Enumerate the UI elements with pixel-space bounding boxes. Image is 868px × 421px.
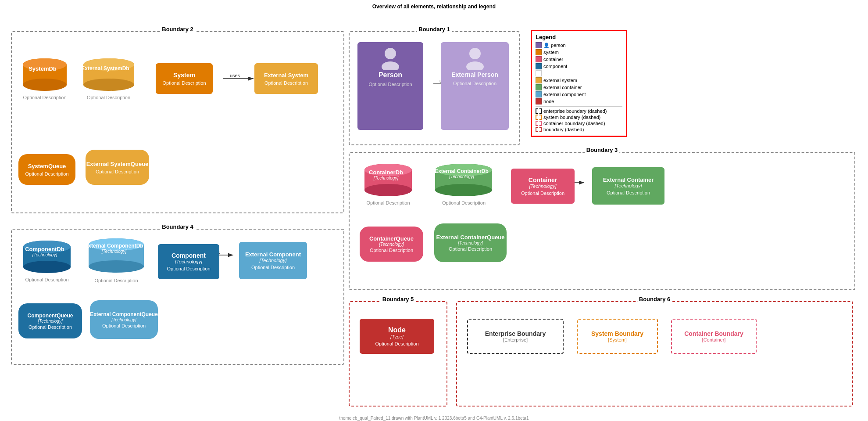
node-box: Node [Type] Optional Description: [360, 319, 434, 354]
legend-item-node: node: [536, 98, 622, 104]
container-box: Container [Technology] Optional Descript…: [511, 169, 575, 204]
legend-boundary: boundary (dashed): [536, 127, 622, 132]
legend-item-person: 👤 person: [536, 42, 622, 48]
legend-container-boundary: container boundary (dashed): [536, 121, 622, 126]
container-queue: ContainerQueue [Technology] Optional Des…: [360, 227, 423, 262]
legend-title: Legend: [536, 34, 622, 40]
external-component-db: External ComponentDb [Technology] Option…: [83, 237, 149, 283]
legend-item-blank: [536, 70, 622, 76]
svg-point-31: [89, 260, 144, 273]
svg-point-23: [435, 184, 492, 196]
svg-point-15: [469, 48, 481, 59]
page-title: Overview of all elements, relationship a…: [0, 0, 868, 11]
external-container-box: External Container [Technology] Optional…: [592, 167, 664, 205]
legend-item-ext-container: external container: [536, 84, 622, 90]
system-box: System Optional Description: [156, 63, 213, 94]
svg-point-16: [466, 61, 484, 70]
boundary-3-label: Boundary 3: [585, 147, 620, 153]
boundary-4-label: Boundary 4: [160, 223, 195, 230]
external-system-db: External SystemDb Optional Description: [77, 58, 140, 100]
boundary-6-label: Boundary 6: [637, 296, 672, 302]
boundary-1-label: Boundary 1: [417, 26, 452, 32]
component-db: ComponentDb [Technology] Optional Descri…: [18, 240, 75, 282]
legend-item-system: system: [536, 49, 622, 55]
component-queue: ComponentQueue [Technology] Optional Des…: [18, 303, 82, 338]
legend-item-ext-component: external component: [536, 91, 622, 97]
svg-point-27: [23, 261, 71, 273]
legend-enterprise-boundary: enterprise boundary (dashed): [536, 108, 622, 114]
svg-point-19: [364, 184, 412, 196]
component-box: Component [Technology] Optional Descript…: [158, 244, 219, 279]
boundary-2-label: Boundary 2: [160, 26, 195, 32]
external-component-queue: External ComponentQueue [Technology] Opt…: [90, 300, 158, 339]
diagram-area: uses uses uses uses Boundary 2 SystemDb …: [0, 11, 868, 421]
footer: theme cb_qual_Paired_11 drawn with Plant…: [0, 416, 868, 421]
external-system-box: External System Optional Description: [254, 63, 318, 94]
legend-box: Legend 👤 person system container compone…: [531, 30, 627, 137]
svg-point-13: [385, 48, 396, 59]
external-system-queue: External SystemQueue Optional Descriptio…: [86, 150, 149, 185]
container-db: ContainerDb [Technology] Optional Descri…: [360, 163, 417, 205]
legend-item-component: component: [536, 63, 622, 69]
external-container-queue: External ContainerQueue [Technology] Opt…: [434, 223, 507, 262]
enterprise-boundary-box: Enterprise Boundary [Enterprise]: [467, 319, 564, 354]
external-container-db: External ContainerDb [Technology] Option…: [430, 163, 498, 205]
system-db: SystemDb Optional Description: [18, 58, 71, 100]
svg-point-7: [23, 79, 67, 91]
legend-item-ext-system: external system: [536, 77, 622, 83]
external-component-box: External Component [Technology] Optional…: [239, 242, 307, 279]
boundary-5-label: Boundary 5: [381, 296, 416, 302]
system-queue: SystemQueue Optional Description: [18, 154, 75, 185]
container-boundary-box: Container Boundary [Container]: [671, 319, 757, 354]
legend-item-container: container: [536, 56, 622, 62]
external-person-shape: External Person Optional Description: [441, 42, 509, 130]
boundary-6: Boundary 6: [456, 301, 853, 407]
svg-point-14: [382, 61, 399, 70]
legend-system-boundary: system boundary (dashed): [536, 115, 622, 120]
system-boundary-box: System Boundary [System]: [577, 319, 658, 354]
svg-point-11: [83, 79, 134, 91]
person-shape: Person Optional Description: [357, 42, 423, 130]
boundary-5: Boundary 5: [349, 301, 447, 407]
